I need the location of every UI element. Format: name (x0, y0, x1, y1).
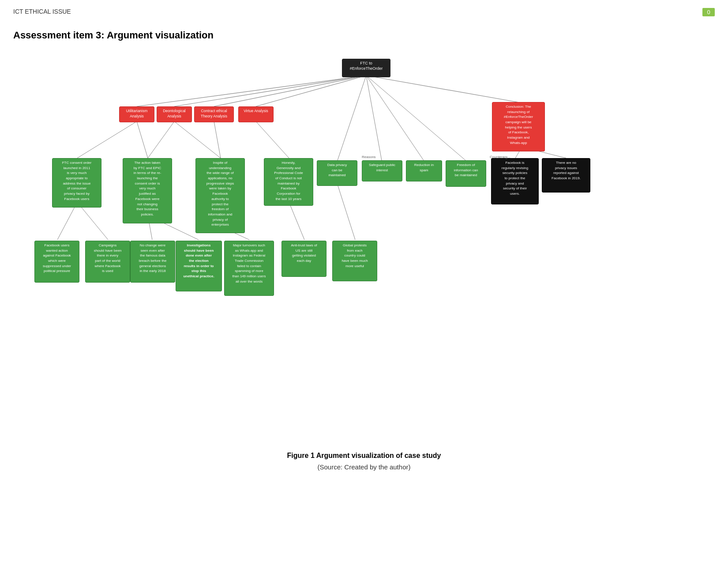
svg-line-9 (214, 121, 221, 158)
counterarg-label: Counterarg... (490, 155, 510, 159)
svg-line-4 (366, 76, 522, 103)
node-deont: DeontologicalAnalysis (157, 106, 192, 122)
node-safeguard: Safeguard public interest (362, 160, 402, 181)
svg-line-10 (256, 121, 289, 158)
node-root: FTC to #EnforceTheOrder (342, 59, 390, 77)
svg-line-6 (137, 121, 148, 158)
node-major-turnovers: Major turnovers such as Whats-app and In… (224, 241, 274, 296)
svg-line-13 (366, 76, 424, 160)
node-contract: Contract ethicalTheory Analysis (194, 106, 234, 122)
svg-line-11 (338, 76, 366, 160)
node-campaigns: Campaigns should have been there in ever… (85, 241, 130, 283)
svg-line-3 (256, 76, 366, 106)
svg-line-18 (77, 202, 108, 240)
node-no-change: No change were seen even after the famou… (130, 241, 175, 283)
node-virtue: Virtue Analysis (238, 106, 274, 122)
node-freedom-info: Freedom of information can be maintained (446, 160, 486, 187)
node-fb-revising: Facebook is regularly revising security … (491, 158, 539, 204)
node-conclusion: Conclusion: The relaunching of #EnforceT… (492, 102, 545, 151)
svg-line-5 (77, 121, 137, 158)
diagram-area: FTC to #EnforceTheOrder UtilitarianismAn… (0, 45, 728, 443)
node-reduction: Reduction in spam (406, 160, 442, 181)
header-badge: 0 (702, 8, 715, 16)
node-global-protests: Global protests from each country could … (332, 241, 377, 281)
figure-source: (Source: Created by the author) (0, 463, 728, 471)
reasons-label: Reasons (362, 155, 376, 159)
header-title: ICT ETHICAL ISSUE (13, 8, 71, 15)
header: ICT ETHICAL ISSUE 0 (0, 0, 728, 16)
node-honesty: Honesty, Generosity and Professional Cod… (264, 158, 313, 206)
node-no-privacy: There are no privacy issues reported aga… (542, 158, 590, 193)
svg-line-7 (148, 121, 174, 158)
svg-line-0 (137, 76, 366, 106)
node-fb-users-action: Facebook users wanted action against Fac… (34, 241, 79, 283)
node-action-taken: The action taken by FTC and EPIC in term… (123, 158, 172, 223)
figure-caption: Figure 1 Argument visualization of case … (0, 452, 728, 460)
svg-line-23 (338, 185, 355, 240)
svg-line-14 (366, 76, 465, 160)
svg-line-22 (289, 202, 304, 240)
node-investigations: Investigations should have been done eve… (176, 241, 222, 291)
svg-line-2 (214, 76, 366, 106)
node-data-privacy: Data privacy can be maintained (317, 160, 357, 186)
svg-line-12 (366, 76, 382, 160)
node-util: UtilitarianismAnalysis (119, 106, 154, 122)
svg-line-8 (174, 121, 221, 158)
node-inspite: Inspite of understanding the wide range … (195, 158, 245, 233)
node-ftc-consent: FTC consent order launched in 2011 is ve… (52, 158, 101, 208)
svg-line-17 (57, 202, 77, 240)
svg-line-1 (174, 76, 366, 106)
page-title: Assessment item 3: Argument visualizatio… (0, 16, 728, 41)
node-antitrust: Anti-trust laws of US are still getting … (281, 241, 326, 277)
